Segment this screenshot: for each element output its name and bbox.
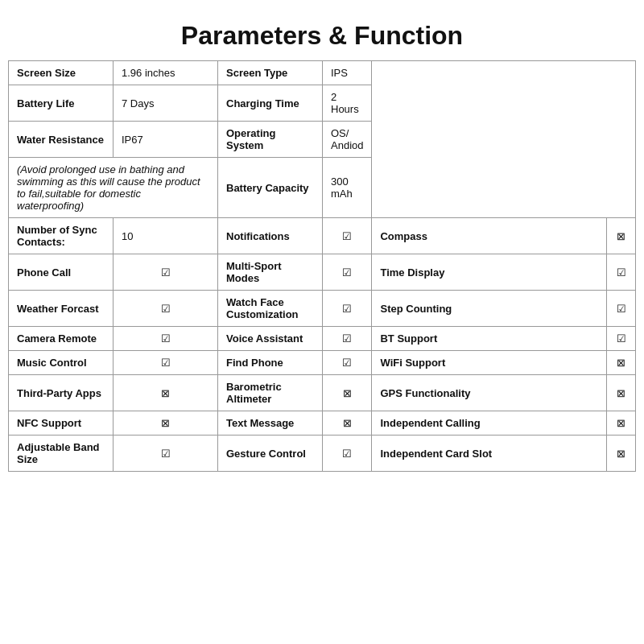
- independent-card-label: Independent Card Slot: [372, 436, 607, 472]
- nfc-label: NFC Support: [9, 411, 114, 436]
- gesture-control-check: ☑: [323, 436, 372, 472]
- adjustable-band-check: ☑: [114, 436, 218, 472]
- charging-time-label: Charging Time: [218, 85, 323, 122]
- independent-calling-label: Independent Calling: [372, 411, 607, 436]
- time-display-check: ☑: [607, 254, 636, 291]
- music-control-check: ☑: [114, 351, 218, 375]
- feature-row-nfc: NFC Support ⊠ Text Message ⊠ Independent…: [9, 411, 636, 436]
- multi-sport-check: ☑: [323, 254, 372, 291]
- feature-row-thirdparty: Third-Party Apps ⊠ Barometric Altimeter …: [9, 375, 636, 411]
- adjustable-band-label: Adjustable Band Size: [9, 436, 114, 472]
- battery-life-value: 7 Days: [114, 85, 218, 122]
- multi-sport-label: Multi-Sport Modes: [218, 254, 323, 291]
- operating-system-value: OS/ Andiod: [323, 122, 372, 158]
- step-counting-label: Step Counting: [372, 291, 607, 327]
- voice-assistant-check: ☑: [323, 327, 372, 351]
- phone-call-label: Phone Call: [9, 254, 114, 291]
- battery-capacity-value: 300 mAh: [323, 158, 372, 218]
- page-title: Parameters & Function: [8, 8, 636, 60]
- screen-size-label: Screen Size: [9, 61, 114, 85]
- feature-row-phone: Phone Call ☑ Multi-Sport Modes ☑ Time Di…: [9, 254, 636, 291]
- table-row: Battery Life 7 Days Charging Time 2 Hour…: [9, 85, 636, 122]
- bt-support-label: BT Support: [372, 327, 607, 351]
- wifi-support-label: WiFi Support: [372, 351, 607, 375]
- bt-support-check: ☑: [607, 327, 636, 351]
- step-counting-check: ☑: [607, 291, 636, 327]
- feature-row-sync: Number of Sync Contacts: 10 Notification…: [9, 218, 636, 254]
- battery-capacity-label: Battery Capacity: [218, 158, 323, 218]
- weather-label: Weather Forcast: [9, 291, 114, 327]
- notifications-check: ☑: [323, 218, 372, 254]
- compass-check: ⊠: [607, 218, 636, 254]
- gps-label: GPS Functionality: [372, 375, 607, 411]
- sync-contacts-label: Number of Sync Contacts:: [9, 218, 114, 254]
- water-note: (Avoid prolonged use in bathing and swim…: [9, 158, 218, 218]
- compass-label: Compass: [372, 218, 607, 254]
- feature-row-band: Adjustable Band Size ☑ Gesture Control ☑…: [9, 436, 636, 472]
- gesture-control-label: Gesture Control: [218, 436, 323, 472]
- charging-time-value: 2 Hours: [323, 85, 372, 122]
- notifications-label: Notifications: [218, 218, 323, 254]
- parameters-table: Screen Size 1.96 inches Screen Type IPS …: [8, 60, 636, 472]
- table-row: (Avoid prolonged use in bathing and swim…: [9, 158, 636, 218]
- camera-remote-label: Camera Remote: [9, 327, 114, 351]
- nfc-check: ⊠: [114, 411, 218, 436]
- music-control-label: Music Control: [9, 351, 114, 375]
- barometric-label: Barometric Altimeter: [218, 375, 323, 411]
- time-display-label: Time Display: [372, 254, 607, 291]
- feature-row-weather: Weather Forcast ☑ Watch Face Customizati…: [9, 291, 636, 327]
- independent-calling-check: ⊠: [607, 411, 636, 436]
- third-party-label: Third-Party Apps: [9, 375, 114, 411]
- text-message-label: Text Message: [218, 411, 323, 436]
- find-phone-label: Find Phone: [218, 351, 323, 375]
- water-resistance-label: Water Resistance: [9, 122, 114, 158]
- text-message-check: ⊠: [323, 411, 372, 436]
- table-row: Screen Size 1.96 inches Screen Type IPS: [9, 61, 636, 85]
- water-resistance-value: IP67: [114, 122, 218, 158]
- find-phone-check: ☑: [323, 351, 372, 375]
- third-party-check: ⊠: [114, 375, 218, 411]
- screen-size-value: 1.96 inches: [114, 61, 218, 85]
- feature-row-music: Music Control ☑ Find Phone ☑ WiFi Suppor…: [9, 351, 636, 375]
- watch-face-check: ☑: [323, 291, 372, 327]
- gps-check: ⊠: [607, 375, 636, 411]
- weather-check: ☑: [114, 291, 218, 327]
- camera-remote-check: ☑: [114, 327, 218, 351]
- wifi-support-check: ⊠: [607, 351, 636, 375]
- battery-life-label: Battery Life: [9, 85, 114, 122]
- voice-assistant-label: Voice Assistant: [218, 327, 323, 351]
- barometric-check: ⊠: [323, 375, 372, 411]
- sync-contacts-value: 10: [114, 218, 218, 254]
- watch-face-label: Watch Face Customization: [218, 291, 323, 327]
- table-row: Water Resistance IP67 Operating System O…: [9, 122, 636, 158]
- phone-call-check: ☑: [114, 254, 218, 291]
- feature-row-camera: Camera Remote ☑ Voice Assistant ☑ BT Sup…: [9, 327, 636, 351]
- screen-type-value: IPS: [323, 61, 372, 85]
- screen-type-label: Screen Type: [218, 61, 323, 85]
- independent-card-check: ⊠: [607, 436, 636, 472]
- operating-system-label: Operating System: [218, 122, 323, 158]
